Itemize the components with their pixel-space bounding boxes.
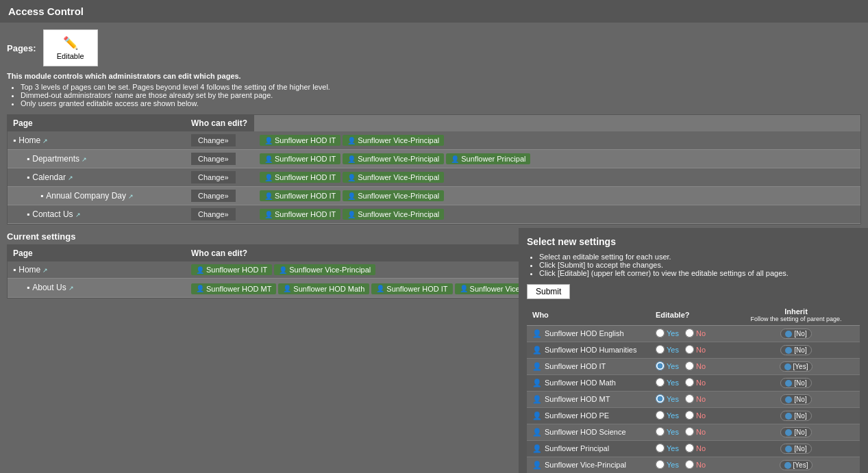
yes-radio-label[interactable]: Yes <box>656 411 679 420</box>
pages-row: Pages: ✏️ Editable <box>7 29 861 66</box>
yes-radio[interactable] <box>656 329 665 337</box>
no-radio[interactable] <box>685 378 694 387</box>
yes-radio-label[interactable]: Yes <box>656 394 679 403</box>
change-button[interactable]: Change» <box>191 208 236 220</box>
user-icon: 👤 <box>196 285 204 292</box>
user-icon: 👤 <box>347 155 356 163</box>
user-icon: 👤 <box>264 174 273 181</box>
yes-radio[interactable] <box>656 460 665 469</box>
user-icon: 👤 <box>196 266 204 274</box>
settings-col-who: Who <box>527 305 650 326</box>
row-indent-icon: ▪ <box>13 136 16 145</box>
yes-label: Yes <box>667 329 679 337</box>
panel-instr-3: Click [Editable] (upper left corner) to … <box>539 269 860 277</box>
inherit-value: [No] <box>794 429 806 436</box>
user-badge: 👤Sunflower HOD IT <box>260 172 340 183</box>
yes-label: Yes <box>667 362 679 370</box>
user-badge: 👤Sunflower HOD IT <box>260 209 340 220</box>
submit-button[interactable]: Submit <box>527 284 570 299</box>
inherit-badge[interactable]: [No] <box>780 444 811 454</box>
inherit-header-main: Inherit <box>738 307 854 316</box>
change-button[interactable]: Change» <box>191 134 236 146</box>
editable-button[interactable]: ✏️ Editable <box>43 29 98 66</box>
yes-radio[interactable] <box>656 361 665 370</box>
no-radio-label[interactable]: No <box>685 361 706 370</box>
no-label: No <box>696 444 706 452</box>
no-radio[interactable] <box>685 427 694 436</box>
no-radio[interactable] <box>685 345 694 354</box>
change-button[interactable]: Change» <box>191 190 236 202</box>
inherit-badge[interactable]: [No] <box>780 345 811 355</box>
inherit-badge[interactable]: [No] <box>780 394 811 405</box>
no-radio[interactable] <box>685 329 694 337</box>
user-badge: 👤Sunflower HOD IT <box>371 283 452 294</box>
user-name: Sunflower HOD Math <box>545 379 616 387</box>
no-radio-label[interactable]: No <box>685 394 706 403</box>
yes-radio-label[interactable]: Yes <box>656 460 679 469</box>
no-label: No <box>696 461 706 469</box>
pencil-icon: ✏️ <box>63 36 78 51</box>
no-label: No <box>696 379 706 387</box>
yes-radio-label[interactable]: Yes <box>656 329 679 337</box>
no-radio-label[interactable]: No <box>685 427 706 436</box>
inherit-badge[interactable]: [Yes] <box>780 460 813 470</box>
inherit-badge[interactable]: [No] <box>780 427 811 437</box>
no-radio[interactable] <box>685 460 694 469</box>
user-badge: 👤Sunflower Principal <box>446 153 530 164</box>
user-icon: 👤 <box>347 192 356 200</box>
settings-row: 👤Sunflower HOD Math Yes No [No] <box>527 375 860 392</box>
inherit-value: [No] <box>794 396 806 403</box>
yes-radio[interactable] <box>656 411 665 420</box>
page-name: Calendar <box>32 172 66 182</box>
no-radio-label[interactable]: No <box>685 378 706 387</box>
no-radio-label[interactable]: No <box>685 460 706 469</box>
user-name: Sunflower Vice-Principal <box>545 461 626 469</box>
user-icon-small: 👤 <box>532 411 542 420</box>
yes-radio-label[interactable]: Yes <box>656 378 679 387</box>
user-badge: 👤Sunflower HOD IT <box>260 153 340 164</box>
inherit-radio-dot <box>785 446 792 452</box>
external-link-icon: ↗ <box>42 138 48 144</box>
yes-radio[interactable] <box>656 444 665 452</box>
yes-radio-label[interactable]: Yes <box>656 427 679 436</box>
user-icon: 👤 <box>347 174 356 181</box>
inherit-value: [No] <box>794 330 806 337</box>
settings-col-editable: Editable? <box>650 305 732 326</box>
no-radio-label[interactable]: No <box>685 411 706 420</box>
user-badge: 👤Sunflower Vice-Principal <box>343 153 444 164</box>
change-button[interactable]: Change» <box>191 153 236 165</box>
change-button[interactable]: Change» <box>191 171 236 183</box>
yes-radio[interactable] <box>656 345 665 354</box>
settings-row: 👤Sunflower HOD Science Yes No [No] <box>527 424 860 441</box>
inherit-value: [No] <box>794 445 806 452</box>
pages-label: Pages: <box>7 43 36 53</box>
user-badge: 👤Sunflower Vice-Principal <box>274 264 375 275</box>
col-page: Page <box>8 115 186 131</box>
yes-radio-label[interactable]: Yes <box>656 361 679 370</box>
no-radio-label[interactable]: No <box>685 345 706 354</box>
yes-radio[interactable] <box>656 378 665 387</box>
user-name: Sunflower HOD English <box>545 329 624 337</box>
no-radio[interactable] <box>685 411 694 420</box>
no-radio[interactable] <box>685 361 694 370</box>
page-name: Departments <box>32 154 79 164</box>
page-name: Home <box>18 136 40 145</box>
no-radio[interactable] <box>685 394 694 403</box>
main-container: Pages: ✏️ Editable This module controls … <box>0 23 868 473</box>
yes-radio-label[interactable]: Yes <box>656 444 679 452</box>
inherit-radio-dot <box>784 462 791 469</box>
inherit-badge[interactable]: [No] <box>780 378 811 388</box>
inherit-radio-dot <box>785 331 792 337</box>
inherit-badge[interactable]: [No] <box>780 329 811 339</box>
no-radio[interactable] <box>685 444 694 452</box>
yes-radio-label[interactable]: Yes <box>656 345 679 354</box>
inherit-value: [No] <box>794 346 806 354</box>
yes-radio[interactable] <box>656 427 665 436</box>
yes-radio[interactable] <box>656 394 665 403</box>
inherit-badge[interactable]: [Yes] <box>780 361 813 372</box>
external-link-icon: ↗ <box>69 285 74 292</box>
settings-row: 👤Sunflower HOD PE Yes No [No] <box>527 408 860 424</box>
no-radio-label[interactable]: No <box>685 329 706 337</box>
inherit-badge[interactable]: [No] <box>780 411 811 421</box>
no-radio-label[interactable]: No <box>685 444 706 452</box>
